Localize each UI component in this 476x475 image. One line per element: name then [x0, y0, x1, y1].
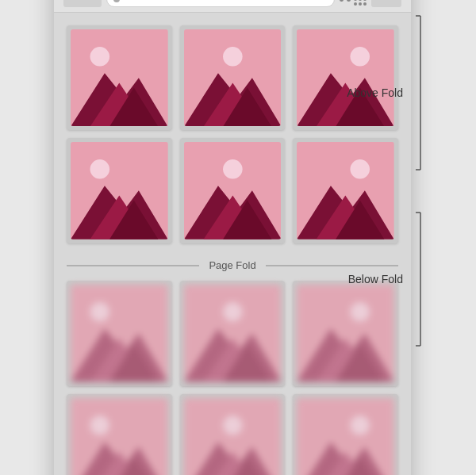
- image-card-5[interactable]: [180, 138, 286, 243]
- dot-icon-1: [340, 0, 344, 2]
- outer-wrapper: Page Fold: [54, 0, 422, 475]
- image-card-8[interactable]: [180, 281, 286, 386]
- fold-line-left: [67, 265, 199, 266]
- svg-point-31: [90, 302, 110, 322]
- search-icon: [113, 0, 120, 2]
- svg-point-21: [223, 159, 243, 179]
- svg-point-6: [223, 47, 243, 67]
- image-thumb-7: [71, 285, 168, 382]
- svg-point-51: [223, 416, 243, 435]
- below-fold-bracket: [409, 211, 422, 347]
- search-bar[interactable]: [106, 0, 335, 7]
- toolbar-left-button[interactable]: [63, 0, 102, 7]
- image-thumb-10: [71, 398, 168, 475]
- image-thumb-8: [184, 285, 282, 382]
- image-card-10[interactable]: [67, 394, 172, 475]
- above-fold-annotation: Above Fold: [347, 14, 422, 171]
- toolbar-row: [54, 0, 411, 13]
- below-fold-label: Below Fold: [348, 273, 403, 285]
- svg-point-1: [90, 47, 110, 67]
- image-card-7[interactable]: [67, 281, 172, 386]
- image-card-2[interactable]: [180, 25, 286, 131]
- image-card-4[interactable]: [67, 138, 172, 243]
- toolbar-right-button[interactable]: [371, 0, 401, 7]
- image-thumb-5: [184, 142, 282, 239]
- image-card-11[interactable]: [180, 394, 286, 475]
- image-thumb-11: [184, 398, 282, 475]
- svg-point-16: [90, 159, 110, 179]
- image-thumb-1: [71, 29, 168, 127]
- svg-point-56: [351, 416, 370, 435]
- image-card-1[interactable]: [67, 25, 172, 131]
- below-fold-annotation: Below Fold: [348, 211, 422, 347]
- image-thumb-2: [184, 29, 282, 127]
- page-fold-label: Page Fold: [199, 259, 265, 271]
- image-thumb-12: [297, 398, 394, 475]
- above-fold-label: Above Fold: [347, 86, 403, 99]
- grid-icon: [354, 0, 367, 6]
- toolbar-icons: [340, 0, 367, 6]
- image-thumb-4: [71, 142, 168, 239]
- svg-point-46: [90, 416, 110, 435]
- dot-icon-2: [347, 0, 351, 2]
- image-card-12[interactable]: [293, 394, 398, 475]
- svg-point-36: [223, 302, 243, 322]
- above-fold-bracket: [409, 14, 422, 171]
